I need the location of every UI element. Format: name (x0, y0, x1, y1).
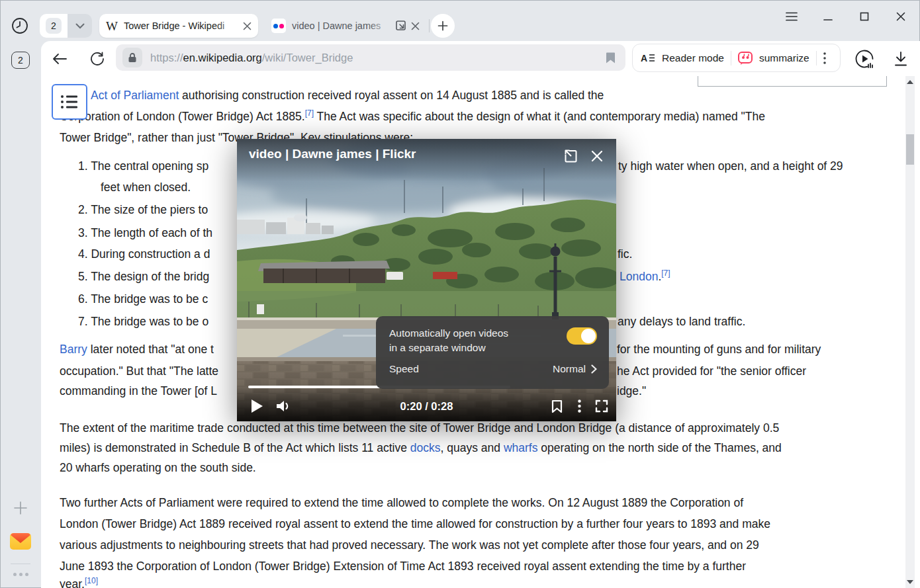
flickr-favicon (271, 19, 286, 33)
speed-selector[interactable]: Normal (553, 363, 597, 375)
plus-icon (13, 500, 28, 516)
svg-text:A: A (641, 53, 647, 63)
list-icon (60, 94, 79, 110)
bookmark-icon (606, 52, 616, 64)
url-scheme: https:// (150, 52, 183, 63)
mail-app-icon[interactable] (9, 530, 32, 552)
page-scrollbar[interactable] (905, 76, 915, 588)
summarize-button[interactable]: summarize (759, 52, 809, 64)
maximize-button[interactable] (857, 9, 872, 24)
tab-divider (429, 19, 430, 32)
sidebar-tab-count-badge[interactable]: 2 (11, 52, 30, 69)
close-icon (590, 149, 604, 163)
bookmark-page-button[interactable] (602, 49, 619, 66)
url-host: en.wikipedia.org (183, 52, 262, 63)
close-video-button[interactable] (588, 147, 606, 165)
download-icon (894, 51, 908, 67)
reader-mode-button[interactable]: Reader mode (662, 52, 724, 64)
scroll-up-arrow[interactable] (905, 77, 915, 87)
volume-icon (275, 399, 291, 413)
plus-icon (437, 21, 448, 31)
close-tab-icon[interactable] (411, 22, 420, 30)
downloads-button[interactable] (890, 48, 912, 70)
history-clock-icon[interactable] (11, 17, 29, 35)
video-timestamp: 0:20 / 0:28 (400, 400, 453, 413)
menu-button[interactable] (784, 9, 799, 24)
video-settings-popup: Automatically open videos in a separate … (376, 316, 609, 389)
close-tab-icon[interactable] (243, 22, 252, 30)
refresh-button[interactable] (88, 50, 107, 68)
fullscreen-button[interactable] (592, 397, 611, 415)
tab-group-control[interactable]: 2 (40, 14, 92, 38)
browser-toolbar: https://en.wikipedia.org/wiki/Tower_Brid… (41, 41, 920, 76)
tab-title: video | Dawne james (292, 21, 395, 31)
chevron-right-icon (591, 364, 597, 374)
volume-button[interactable] (274, 397, 293, 415)
play-icon (250, 399, 263, 413)
tab-group-expand[interactable] (68, 14, 92, 38)
bookmark-icon (551, 399, 563, 413)
wikipedia-favicon: W (106, 20, 118, 32)
hamburger-icon (786, 12, 798, 21)
browser-window: 2 W Tower Bridge - Wikipedi video | Dawn… (0, 0, 920, 588)
tab-count-badge: 2 (46, 18, 62, 34)
bookmark-video-button[interactable] (547, 397, 566, 415)
sidebar: 2 (0, 41, 41, 588)
lock-icon[interactable] (122, 48, 142, 67)
wiki-search-box-partial[interactable] (698, 76, 887, 87)
close-window-button[interactable] (894, 9, 908, 24)
sidebar-add-button[interactable] (13, 500, 28, 516)
play-page-button[interactable] (853, 48, 876, 70)
url-path: /wiki/Tower_Bridge (262, 52, 353, 63)
tab-group-count[interactable]: 2 (40, 14, 68, 38)
kebab-menu-icon (578, 399, 581, 413)
maximize-icon (859, 11, 870, 22)
summarize-icon (738, 52, 753, 65)
play-circle-icon (854, 48, 875, 69)
sidebar-more-button[interactable] (11, 570, 30, 578)
kebab-menu-icon[interactable] (823, 52, 826, 64)
back-arrow-icon (52, 53, 68, 65)
speed-label: Speed (389, 363, 419, 375)
pill-divider (816, 51, 817, 65)
minimize-icon (823, 11, 833, 22)
page-actions-pill: A Reader mode summarize (632, 44, 841, 72)
table-of-contents-button[interactable] (52, 84, 87, 120)
address-bar[interactable]: https://en.wikipedia.org/wiki/Tower_Brid… (116, 44, 625, 71)
pill-divider (731, 51, 731, 65)
auto-open-toggle[interactable] (567, 327, 597, 345)
chevron-down-icon (75, 23, 85, 29)
return-to-tab-button[interactable] (562, 147, 579, 165)
speed-value: Normal (553, 363, 586, 375)
scroll-down-arrow[interactable] (905, 577, 915, 587)
back-button[interactable] (50, 50, 69, 68)
video-title: video | Dawne james | Flickr (249, 147, 416, 161)
close-icon (896, 11, 906, 22)
play-button[interactable] (248, 397, 266, 415)
tab-title: Tower Bridge - Wikipedi (124, 21, 243, 31)
url-text[interactable]: https://en.wikipedia.org/wiki/Tower_Brid… (150, 52, 602, 64)
tab-tower-bridge[interactable]: W Tower Bridge - Wikipedi (99, 14, 258, 38)
video-overlay-window[interactable]: video | Dawne james | Flickr 0:20 / 0: (237, 139, 616, 421)
new-tab-button[interactable] (431, 14, 455, 38)
video-more-button[interactable] (570, 397, 588, 415)
minimize-button[interactable] (821, 9, 835, 24)
auto-open-label: Automatically open videos in a separate … (389, 326, 508, 355)
refresh-icon (89, 51, 105, 67)
sidebar-divider (11, 564, 30, 564)
scrollbar-thumb[interactable] (906, 134, 914, 165)
video-in-window-icon[interactable] (395, 20, 407, 32)
fullscreen-icon (595, 399, 608, 413)
tab-flickr-video[interactable]: video | Dawne james (265, 14, 426, 38)
open-in-tab-icon (563, 148, 578, 164)
reader-mode-icon: A (641, 53, 655, 63)
video-title-bar[interactable]: video | Dawne james | Flickr (237, 139, 616, 181)
tab-strip: 2 W Tower Bridge - Wikipedi video | Dawn… (0, 0, 920, 41)
